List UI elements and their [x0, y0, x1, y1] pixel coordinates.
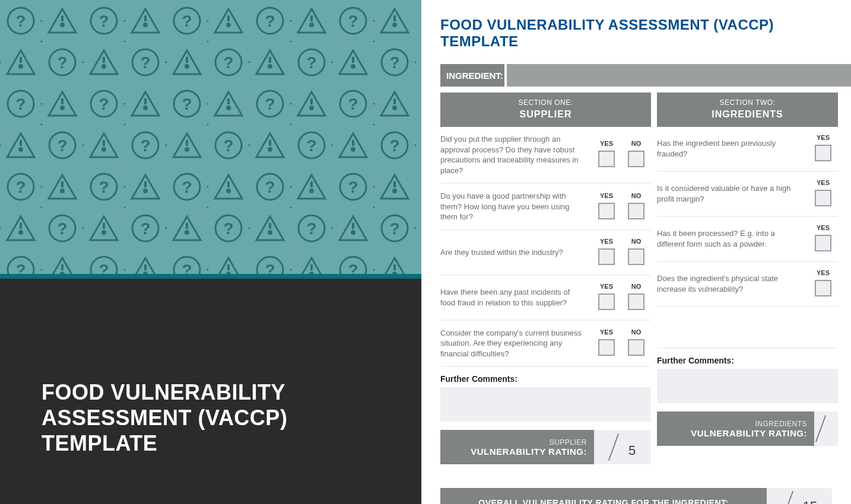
question-row: Are they trusted within the industry? YE…	[440, 231, 651, 276]
question-text: Do you have a good partnership with them…	[440, 191, 592, 222]
ingredient-label: INGREDIENT:	[440, 64, 504, 87]
sections: SECTION ONE: SUPPLIER Did you put the su…	[440, 92, 851, 464]
checkbox-no[interactable]	[628, 203, 644, 219]
supplier-rating-value[interactable]: 5	[594, 430, 651, 464]
form-page: FOOD VULNERABILITY ASSESSMENT (VACCP) TE…	[421, 0, 851, 504]
ingredient-row: INGREDIENT:	[440, 64, 851, 87]
checkbox-yes[interactable]	[815, 235, 831, 251]
checkbox-yes[interactable]	[598, 203, 615, 219]
supplier-rating-label: SUPPLIER VULNERABILITY RATING:	[440, 430, 594, 464]
checkbox-yes[interactable]	[598, 339, 615, 356]
question-text: Has the ingredient been previously fraud…	[657, 138, 808, 159]
further-comments-input[interactable]	[440, 387, 651, 422]
supplier-rating: SUPPLIER VULNERABILITY RATING: 5	[440, 430, 651, 464]
cover-page: ? ?	[0, 0, 421, 504]
section-two-big: INGREDIENTS	[657, 109, 838, 120]
checkbox-yes[interactable]	[815, 190, 831, 206]
question-row: Has the ingredient been previously fraud…	[657, 127, 838, 172]
question-text: Has it been processed? E.g. into a diffe…	[657, 228, 808, 249]
question-row: Did you put the supplier through an appr…	[440, 127, 651, 184]
further-comments-input[interactable]	[657, 369, 838, 403]
page-title: FOOD VULNERABILITY ASSESSMENT (VACCP) TE…	[440, 17, 851, 50]
question-row: Is it considered valuable or have a high…	[657, 172, 838, 217]
checkbox-no[interactable]	[628, 151, 644, 167]
question-row: Do you have a good partnership with them…	[440, 184, 651, 231]
checkbox-no[interactable]	[628, 248, 644, 265]
ingredients-rating-label: INGREDIENTS VULNERABILITY RATING:	[657, 412, 814, 446]
checkbox-yes[interactable]	[598, 248, 615, 265]
no-col: NO	[621, 140, 651, 170]
checkbox-yes[interactable]	[815, 280, 831, 296]
checkbox-yes[interactable]	[598, 151, 615, 167]
further-comments-label: Further Comments:	[440, 374, 651, 384]
question-text: Consider the company's current business …	[440, 328, 592, 359]
ingredients-rating-value[interactable]	[814, 412, 838, 446]
question-text: Is it considered valuable or have a high…	[657, 183, 808, 204]
overall-rating: OVERALL VULNERABILITY RATING FOR THE ING…	[440, 488, 832, 504]
section-one-header: SECTION ONE: SUPPLIER	[440, 92, 651, 127]
yes-col: YES	[592, 140, 621, 170]
question-row: Does the ingredient's physical state inc…	[657, 262, 838, 307]
question-row: Consider the company's current business …	[440, 321, 651, 368]
section-two-header: SECTION TWO: INGREDIENTS	[657, 92, 838, 127]
section-one-big: SUPPLIER	[440, 109, 651, 120]
checkbox-yes[interactable]	[815, 145, 831, 161]
cover-pattern: ? ?	[0, 0, 421, 279]
question-row-empty	[657, 307, 838, 349]
checkbox-no[interactable]	[628, 294, 644, 310]
question-text: Are they trusted within the industry?	[440, 247, 592, 258]
checkbox-yes[interactable]	[598, 294, 615, 310]
section-one: SECTION ONE: SUPPLIER Did you put the su…	[440, 92, 651, 464]
overall-rating-value[interactable]: 15	[767, 488, 832, 504]
question-row: Have there been any past incidents of fo…	[440, 276, 651, 321]
overall-rating-label: OVERALL VULNERABILITY RATING FOR THE ING…	[440, 488, 767, 504]
section-one-small: SECTION ONE:	[440, 98, 651, 107]
question-text: Did you put the supplier through an appr…	[440, 134, 592, 176]
pattern-svg: ? ?	[0, 0, 421, 279]
section-two-small: SECTION TWO:	[657, 98, 838, 107]
question-row: Has it been processed? E.g. into a diffe…	[657, 217, 838, 262]
question-text: Does the ingredient's physical state inc…	[657, 273, 808, 294]
ingredients-rating: INGREDIENTS VULNERABILITY RATING:	[657, 412, 838, 446]
svg-rect-13	[0, 0, 421, 279]
section-two: SECTION TWO: INGREDIENTS Has the ingredi…	[657, 92, 838, 464]
ingredient-input[interactable]	[504, 64, 851, 87]
cover-title: FOOD VULNERABILITY ASSESSMENT (VACCP) TE…	[42, 379, 386, 457]
question-text: Have there been any past incidents of fo…	[440, 287, 592, 308]
cover-title-area: FOOD VULNERABILITY ASSESSMENT (VACCP) TE…	[0, 279, 421, 504]
checkbox-no[interactable]	[628, 339, 644, 356]
further-comments-label: Further Comments:	[657, 356, 838, 365]
